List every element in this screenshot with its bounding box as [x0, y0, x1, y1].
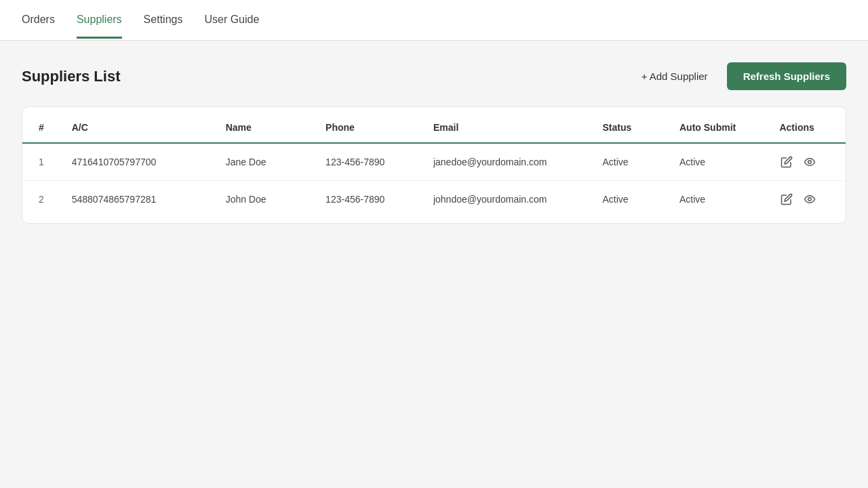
edit-icon — [781, 193, 793, 205]
col-header-actions: Actions — [768, 113, 846, 143]
cell-phone-0: 123-456-7890 — [315, 143, 422, 181]
cell-auto-submit-1: Active — [669, 181, 768, 218]
header-actions: + Add Supplier Refresh Suppliers — [633, 62, 846, 90]
table-header-row: # A/C Name Phone Email Status Auto Submi… — [22, 113, 846, 143]
cell-index-0: 1 — [22, 143, 61, 181]
suppliers-table-body: 1 4716410705797700 Jane Doe 123-456-7890… — [22, 143, 846, 218]
refresh-suppliers-button[interactable]: Refresh Suppliers — [727, 62, 846, 90]
nav-user-guide[interactable]: User Guide — [204, 1, 259, 39]
main-content: Suppliers List + Add Supplier Refresh Su… — [0, 41, 868, 245]
table-row: 1 4716410705797700 Jane Doe 123-456-7890… — [22, 143, 846, 181]
nav-settings[interactable]: Settings — [144, 1, 183, 39]
view-button-0[interactable] — [802, 155, 817, 169]
col-header-auto-submit: Auto Submit — [669, 113, 768, 143]
svg-point-1 — [808, 198, 812, 201]
cell-name-0: Jane Doe — [215, 143, 315, 181]
col-header-hash: # — [22, 113, 61, 143]
nav-suppliers[interactable]: Suppliers — [77, 1, 122, 39]
cell-auto-submit-0: Active — [669, 143, 768, 181]
cell-status-1: Active — [592, 181, 669, 218]
eye-icon — [804, 156, 816, 168]
svg-point-0 — [808, 161, 812, 164]
cell-name-1: John Doe — [215, 181, 315, 218]
top-navigation: Orders Suppliers Settings User Guide — [0, 0, 868, 41]
col-header-phone: Phone — [315, 113, 422, 143]
cell-ac-0: 4716410705797700 — [61, 143, 215, 181]
edit-button-1[interactable] — [779, 192, 794, 207]
col-header-ac: A/C — [61, 113, 215, 143]
suppliers-table: # A/C Name Phone Email Status Auto Submi… — [22, 113, 846, 218]
cell-index-1: 2 — [22, 181, 61, 218]
cell-actions-1 — [768, 181, 846, 218]
col-header-name: Name — [215, 113, 315, 143]
edit-button-0[interactable] — [779, 155, 794, 169]
col-header-status: Status — [592, 113, 669, 143]
eye-icon — [804, 193, 816, 205]
edit-icon — [781, 156, 793, 168]
cell-status-0: Active — [592, 143, 669, 181]
page-header: Suppliers List + Add Supplier Refresh Su… — [22, 62, 846, 90]
view-button-1[interactable] — [802, 192, 817, 207]
cell-phone-1: 123-456-7890 — [315, 181, 422, 218]
col-header-email: Email — [422, 113, 592, 143]
cell-email-0: janedoe@yourdomain.com — [422, 143, 592, 181]
suppliers-table-card: # A/C Name Phone Email Status Auto Submi… — [22, 106, 846, 224]
page-title: Suppliers List — [22, 68, 120, 85]
cell-email-1: johndoe@yourdomain.com — [422, 181, 592, 218]
cell-actions-0 — [768, 143, 846, 181]
add-supplier-button[interactable]: + Add Supplier — [633, 65, 716, 87]
nav-orders[interactable]: Orders — [22, 1, 55, 39]
table-row: 2 5488074865797281 John Doe 123-456-7890… — [22, 181, 846, 218]
cell-ac-1: 5488074865797281 — [61, 181, 215, 218]
